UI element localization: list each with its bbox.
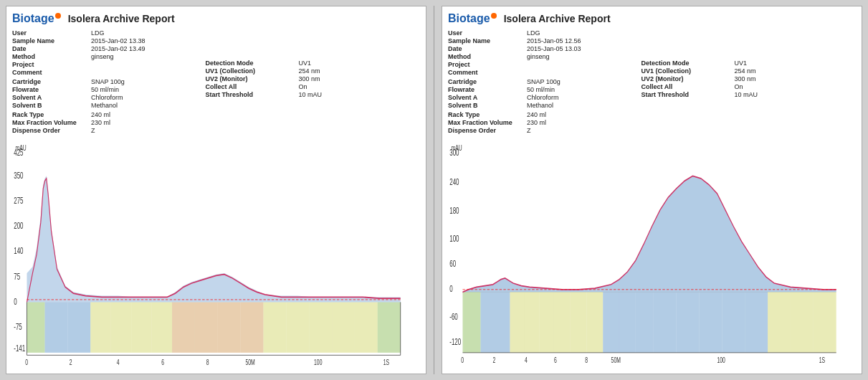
uv2-label-1: UV2 (Monitor)	[206, 75, 285, 82]
sample-name-label-2: Sample Name	[448, 37, 527, 44]
collect-value-1: On	[299, 83, 307, 90]
biotage-logo-2: Biotage	[448, 12, 497, 25]
report-header-2: Biotage Isolera Archive Report	[448, 12, 856, 25]
svg-rect-18	[195, 302, 218, 352]
svg-rect-49	[462, 292, 480, 353]
user-label-1: User	[12, 29, 91, 37]
report-header-1: Biotage Isolera Archive Report	[12, 12, 420, 25]
project-label-2: Project	[448, 61, 527, 68]
svg-text:mAU: mAU	[452, 144, 462, 153]
max-frac-value-1: 230 ml	[91, 119, 110, 126]
threshold-value-2: 10 mAU	[735, 91, 758, 98]
date-value-2: 2015-Jan-05 13.03	[527, 45, 581, 52]
user-label-2: User	[448, 29, 527, 37]
svg-rect-12	[67, 302, 90, 352]
solvent-a-value-2: Chloroform	[527, 94, 559, 101]
det-mode-label-2: Detection Mode	[642, 60, 720, 67]
svg-rect-20	[241, 302, 264, 352]
svg-text:50M: 50M	[611, 356, 621, 364]
threshold-value-1: 10 mAU	[299, 91, 323, 98]
svg-rect-16	[152, 302, 172, 352]
sample-name-value-2: 2015-Jan-05 12.56	[527, 37, 581, 44]
svg-rect-66	[768, 292, 791, 353]
svg-text:100: 100	[314, 358, 322, 367]
svg-text:0: 0	[449, 285, 453, 294]
date-label-2: Date	[448, 45, 527, 52]
project-label-1: Project	[12, 61, 91, 68]
solvent-a-label-1: Solvent A	[12, 94, 91, 101]
svg-text:0: 0	[14, 297, 17, 306]
svg-text:8: 8	[206, 358, 209, 367]
svg-rect-15	[131, 302, 151, 352]
info-section-2: User LDG Sample Name 2015-Jan-05 12.56 D…	[448, 29, 856, 135]
svg-rect-10	[27, 302, 44, 352]
chart-svg-2: 300 240 180 100 60 0 -60 -120 mAU	[448, 141, 856, 368]
svg-rect-25	[355, 302, 378, 352]
info-left-2: User LDG Sample Name 2015-Jan-05 12.56 D…	[448, 29, 627, 135]
collect-label-2: Collect All	[642, 83, 720, 90]
uv1-label-1: UV1 (Collection)	[206, 67, 285, 75]
info-right-1: Detection Mode UV1 (Collection) UV2 (Mon…	[206, 29, 420, 135]
svg-rect-58	[603, 292, 619, 353]
cartridge-label-2: Cartridge	[448, 78, 527, 85]
svg-rect-57	[586, 292, 603, 353]
info-section-1: User LDG Sample Name 2015-Jan-02 13.38 D…	[12, 29, 420, 135]
max-frac-value-2: 230 ml	[527, 119, 546, 126]
svg-rect-64	[722, 292, 745, 353]
rack-type-label-2: Rack Type	[448, 111, 527, 118]
svg-rect-65	[745, 292, 768, 353]
report-panel-2: Biotage Isolera Archive Report User LDG …	[442, 6, 862, 374]
uv1-value-1: 254 nm	[299, 67, 320, 75]
svg-text:350: 350	[14, 171, 23, 180]
user-value-2: LDG	[527, 29, 540, 37]
cartridge-value-2: SNAP 100g	[527, 78, 561, 85]
method-label-1: Method	[12, 53, 91, 60]
page-wrapper: Biotage Isolera Archive Report User LDG …	[0, 0, 868, 380]
svg-text:60: 60	[449, 259, 456, 268]
flowrate-label-1: Flowrate	[12, 86, 91, 93]
svg-text:-60: -60	[449, 312, 458, 321]
svg-rect-13	[90, 302, 110, 352]
svg-rect-55	[554, 292, 571, 353]
svg-text:180: 180	[449, 206, 459, 215]
flowrate-value-1: 50 ml/min	[91, 86, 119, 93]
uv2-value-2: 300 nm	[735, 75, 756, 82]
svg-rect-54	[539, 292, 553, 353]
svg-text:140: 140	[14, 247, 23, 256]
max-frac-label-1: Max Fraction Volume	[12, 119, 91, 126]
report-panel-1: Biotage Isolera Archive Report User LDG …	[6, 6, 426, 374]
svg-rect-60	[636, 292, 654, 353]
det-mode-label-1: Detection Mode	[206, 60, 285, 67]
svg-rect-67	[791, 292, 814, 353]
uv1-label-2: UV1 (Collection)	[642, 67, 720, 75]
svg-rect-24	[332, 302, 355, 352]
sample-name-value-1: 2015-Jan-02 13.38	[91, 37, 146, 44]
svg-rect-59	[619, 292, 636, 353]
svg-rect-26	[378, 302, 401, 352]
svg-text:1S: 1S	[819, 356, 825, 364]
comment-label-1: Comment	[12, 69, 91, 76]
info-right-2: Detection Mode UV1 (Collection) UV2 (Mon…	[642, 29, 856, 135]
solvent-a-label-2: Solvent A	[448, 94, 527, 101]
svg-text:275: 275	[14, 196, 23, 205]
svg-text:4: 4	[525, 356, 528, 364]
svg-rect-50	[481, 292, 495, 353]
svg-rect-23	[309, 302, 332, 352]
rack-type-value-1: 240 ml	[91, 111, 110, 118]
svg-rect-52	[510, 292, 524, 353]
svg-text:2: 2	[493, 356, 496, 364]
svg-text:-75: -75	[14, 322, 22, 331]
method-value-2: ginseng	[527, 53, 550, 60]
cartridge-label-1: Cartridge	[12, 78, 91, 85]
det-mode-value-1: UV1	[299, 60, 312, 67]
dispense-value-1: Z	[91, 127, 95, 134]
dispense-label-2: Dispense Order	[448, 127, 527, 134]
svg-text:6: 6	[161, 358, 164, 367]
svg-text:1S: 1S	[383, 358, 389, 367]
dispense-label-1: Dispense Order	[12, 127, 91, 134]
svg-text:6: 6	[554, 356, 557, 364]
biotage-logo-1: Biotage	[12, 12, 61, 25]
rack-type-label-1: Rack Type	[12, 111, 91, 118]
svg-text:200: 200	[14, 222, 23, 231]
svg-rect-61	[654, 292, 677, 353]
